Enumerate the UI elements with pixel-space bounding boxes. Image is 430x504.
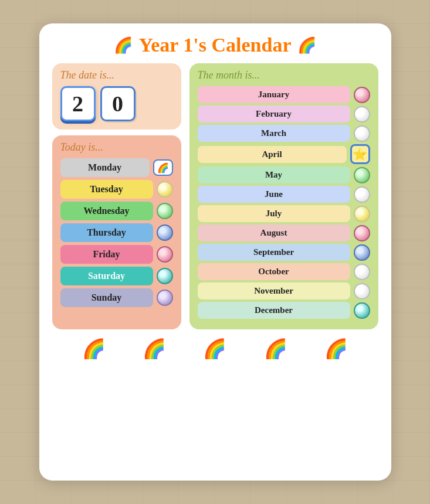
left-section: The date is... 2 0 Today is... Monday 🌈 … xyxy=(52,63,181,329)
pom-august xyxy=(354,225,370,241)
month-march[interactable]: March xyxy=(198,125,350,142)
month-row-june: June xyxy=(198,186,370,203)
day-row-friday: Friday xyxy=(60,245,173,264)
day-row-sunday: Sunday xyxy=(60,288,173,307)
pom-november xyxy=(354,283,370,299)
title-text: Year 1's Calendar xyxy=(138,34,291,56)
day-thursday[interactable]: Thursday xyxy=(60,223,153,242)
day-row-tuesday: Tuesday xyxy=(60,180,173,199)
pom-february xyxy=(354,106,370,122)
bottom-rainbow-5: 🌈 xyxy=(324,338,348,360)
month-row-february: February xyxy=(198,105,370,122)
date-digits: 2 0 xyxy=(60,86,173,121)
month-label: The month is... xyxy=(198,69,370,81)
month-section: The month is... January February March A… xyxy=(189,63,378,329)
day-wednesday[interactable]: Wednesday xyxy=(60,202,153,220)
pom-sunday xyxy=(157,290,173,306)
day-row-thursday: Thursday xyxy=(60,223,173,242)
month-february[interactable]: February xyxy=(198,105,350,122)
month-row-july: July xyxy=(198,205,370,222)
day-row-saturday: Saturday xyxy=(60,267,173,285)
pom-may xyxy=(354,167,370,183)
pom-thursday xyxy=(157,224,173,241)
title-rainbow-left: 🌈 xyxy=(114,36,133,55)
pom-december xyxy=(354,302,370,319)
month-december[interactable]: December xyxy=(198,302,350,319)
day-box: Today is... Monday 🌈 Tuesday Wednesday xyxy=(52,135,181,329)
bottom-rainbow-4: 🌈 xyxy=(264,338,287,360)
pom-june xyxy=(354,186,370,203)
month-row-october: October xyxy=(198,263,370,280)
day-saturday[interactable]: Saturday xyxy=(60,267,153,285)
main-content: The date is... 2 0 Today is... Monday 🌈 … xyxy=(52,63,378,329)
month-january[interactable]: January xyxy=(198,86,350,103)
month-june[interactable]: June xyxy=(198,186,350,203)
bottom-rainbow-3: 🌈 xyxy=(203,338,226,360)
month-row-august: August xyxy=(198,224,370,241)
pom-january xyxy=(354,87,370,103)
day-tuesday[interactable]: Tuesday xyxy=(60,180,153,199)
day-label: Today is... xyxy=(60,141,173,154)
month-row-december: December xyxy=(198,302,370,319)
calendar-board: 🌈 Year 1's Calendar 🌈 The date is... 2 0… xyxy=(39,23,391,481)
pom-september xyxy=(354,244,370,261)
pom-friday xyxy=(157,246,173,263)
day-row-wednesday: Wednesday xyxy=(60,202,173,220)
star-badge-april: ⭐ xyxy=(350,144,370,164)
pom-saturday xyxy=(157,268,173,284)
month-may[interactable]: May xyxy=(198,166,350,183)
month-september[interactable]: September xyxy=(198,244,350,261)
pom-july xyxy=(354,206,370,222)
month-april[interactable]: April xyxy=(198,146,347,163)
month-november[interactable]: November xyxy=(198,282,350,299)
day-monday[interactable]: Monday xyxy=(60,158,150,177)
digit-1[interactable]: 2 xyxy=(60,86,96,121)
pom-october xyxy=(354,264,370,280)
pom-wednesday xyxy=(157,203,173,219)
bottom-rainbow-2: 🌈 xyxy=(143,338,166,360)
day-row-monday: Monday 🌈 xyxy=(60,158,173,177)
pom-tuesday xyxy=(157,181,173,197)
month-row-may: May xyxy=(198,166,370,183)
bottom-rainbow-1: 🌈 xyxy=(82,338,106,360)
date-label: The date is... xyxy=(60,69,173,81)
day-sunday[interactable]: Sunday xyxy=(60,288,153,307)
month-row-april: April ⭐ xyxy=(198,144,370,164)
month-row-november: November xyxy=(198,282,370,299)
month-october[interactable]: October xyxy=(198,263,350,280)
month-july[interactable]: July xyxy=(198,205,350,222)
bottom-rainbows: 🌈 🌈 🌈 🌈 🌈 xyxy=(52,338,378,360)
month-row-march: March xyxy=(198,125,370,142)
digit-2[interactable]: 0 xyxy=(100,86,136,121)
month-august[interactable]: August xyxy=(198,224,350,241)
rainbow-badge-monday: 🌈 xyxy=(153,159,173,176)
date-box: The date is... 2 0 xyxy=(52,63,181,130)
title-rainbow-right: 🌈 xyxy=(297,36,316,55)
day-friday[interactable]: Friday xyxy=(60,245,153,264)
month-row-september: September xyxy=(198,244,370,261)
pom-march xyxy=(354,125,370,142)
month-row-january: January xyxy=(198,86,370,103)
board-title: 🌈 Year 1's Calendar 🌈 xyxy=(52,34,378,56)
